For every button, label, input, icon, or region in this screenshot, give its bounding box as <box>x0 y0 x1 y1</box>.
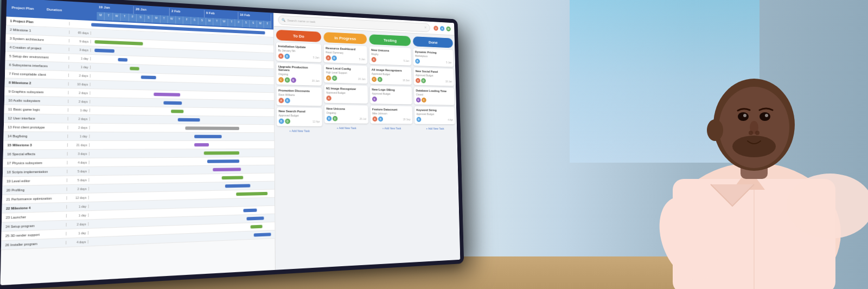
gantt-day: F <box>183 16 191 24</box>
card-avatars: E C <box>416 98 426 103</box>
card-avatars: C D <box>326 75 337 81</box>
card-footer: B D 25 Jul <box>327 116 366 121</box>
gantt-day: T <box>213 18 221 26</box>
task-name: 13 First client prototype <box>4 125 68 129</box>
kanban-section: 🔍 Search name or task ✕ U A M To Do <box>273 13 460 270</box>
task-duration: 12 days <box>67 196 89 200</box>
kanban-card[interactable]: Feature Datacount Mike Johnson A B 28 Se… <box>370 106 412 124</box>
table-row: 13 First client prototype 2 days <box>4 123 274 133</box>
gantt-day: W <box>168 16 176 24</box>
card-footer: A B <box>278 98 320 104</box>
task-name: 8 Milestone 2 <box>5 81 69 86</box>
kanban-card[interactable]: New Unicons Ongoing B D 25 Jul <box>324 105 368 123</box>
avatar: B <box>417 117 422 122</box>
card-avatars: A B <box>326 55 336 61</box>
card-title: Promotion Discounts <box>278 89 320 93</box>
card-date: 5 Jan <box>446 61 451 64</box>
card-subtitle: Mophy <box>371 53 409 57</box>
task-duration: 9 days <box>69 39 91 43</box>
person <box>597 0 868 289</box>
kanban-card[interactable]: New Social Panel Approved Budget A D 18 … <box>413 68 454 86</box>
kanban-card[interactable]: New Local Config High Level Support C D … <box>324 65 367 84</box>
avatar: B <box>331 55 336 61</box>
avatar: B <box>415 59 420 63</box>
task-name: 4 Creation of project <box>5 46 69 52</box>
kanban-columns: To Do Installation Update By January 5th… <box>274 27 461 270</box>
avatar: D <box>285 78 290 83</box>
kanban-card[interactable]: New Unicons Mophy A 5 Jan <box>369 46 411 65</box>
avatar-icon-3[interactable]: M <box>446 26 450 31</box>
kanban-card[interactable]: All image Recognizers Approved Budget C … <box>369 66 411 85</box>
avatar: A <box>326 95 331 101</box>
kanban-column-done: Done Dynamic Pricing Marketplace B 5 Jan <box>413 36 458 259</box>
task-duration: 4 days <box>66 240 88 245</box>
kanban-column-testing: Testing New Unicons Mophy A 5 Jan <box>369 34 415 261</box>
task-name: 5 Setup dev environment <box>5 54 69 60</box>
kanban-card[interactable]: Keyword String Approved Budget B 4 Apr <box>414 106 455 124</box>
task-duration: 10 days <box>69 82 91 86</box>
clear-search-icon[interactable]: ✕ <box>424 25 427 29</box>
kanban-card[interactable]: Database Loading Time Closed E C <box>414 87 455 105</box>
gantt-day: T <box>264 21 271 28</box>
card-date: 5 Jan <box>404 59 410 62</box>
card-avatars: A <box>371 57 376 62</box>
gantt-chart-section: Project Plan Duration 19 Jan 26 Jan 2 Fe… <box>1 0 276 285</box>
toolbar-avatar-group: U A M <box>433 25 451 31</box>
card-subtitle: Dave Williams <box>278 93 320 97</box>
task-duration: 5 days <box>67 169 89 173</box>
avatar: E <box>291 78 296 83</box>
card-avatars: B D <box>279 119 290 124</box>
card-footer: B 5 Jan <box>415 59 451 65</box>
kanban-card[interactable]: Resource Dashboard React Summary A B 5 J… <box>323 44 367 64</box>
kanban-card[interactable]: New Search Panel Approved Budget B D 12 … <box>276 107 322 126</box>
add-task-testing[interactable]: + Add New Task <box>371 126 412 131</box>
avatar: A <box>371 57 376 62</box>
card-date: 20 Jan <box>358 78 366 81</box>
gantt-day: T <box>176 16 183 24</box>
card-subtitle: Approved Budget <box>372 72 410 76</box>
task-name: 10 Audio subsystem <box>4 99 68 103</box>
add-task-todo[interactable]: + Add New Task <box>277 128 322 133</box>
kanban-card[interactable]: Promotion Discounts Dave Williams A B <box>276 87 322 106</box>
avatar: A <box>372 117 377 122</box>
task-duration: 2 days <box>68 100 90 104</box>
avatar: E <box>416 98 421 102</box>
avatar: B <box>279 119 284 124</box>
kanban-card[interactable]: N1 Image Recognizer Approved Budget A <box>324 85 368 104</box>
kanban-card[interactable]: Upgrade Production Servers Ongoing C D E… <box>276 63 322 86</box>
task-duration <box>69 24 91 25</box>
avatar-icon-2[interactable]: A <box>440 26 444 31</box>
avatar: E <box>372 97 377 102</box>
card-footer: C D E 20 Jan <box>278 77 320 84</box>
kanban-card[interactable]: Dynamic Pricing Marketplace B 5 Jan <box>413 48 453 67</box>
avatar: C <box>326 75 331 81</box>
card-avatars: A B <box>278 53 290 59</box>
add-task-inprogress[interactable]: + Add New Task <box>324 125 368 131</box>
card-footer: A B 28 Sep <box>372 117 410 122</box>
card-avatars: A B <box>278 98 290 103</box>
kanban-card[interactable]: New Logo DBing Approved Budget E <box>370 86 412 104</box>
gantt-day: W <box>221 18 228 26</box>
avatar: C <box>372 76 376 82</box>
gantt-day: M <box>97 12 105 20</box>
card-footer: A D 18 Jan <box>416 78 452 84</box>
task-duration: 1 day <box>68 108 90 112</box>
avatar: A <box>416 78 420 83</box>
gantt-day: M <box>206 18 214 26</box>
avatar: D <box>421 78 426 83</box>
task-duration: 4 days <box>67 160 89 164</box>
task-duration: 3 days <box>69 48 91 52</box>
kanban-card[interactable]: Installation Update By January 5th A B 5… <box>276 42 322 62</box>
add-task-done[interactable]: + Add New Task <box>415 126 455 131</box>
task-duration: 1 day <box>69 65 91 69</box>
avatar: B <box>285 98 290 104</box>
card-footer: A B 5 Jan <box>278 53 320 60</box>
card-title: New Social Panel <box>416 69 452 74</box>
card-footer: A B 5 Jan <box>326 55 365 62</box>
task-duration: 1 day <box>67 214 89 218</box>
avatar-icon-1[interactable]: U <box>433 25 438 30</box>
svg-point-16 <box>749 131 753 135</box>
card-avatars: E <box>372 97 377 102</box>
avatar: B <box>284 54 290 59</box>
avatar: D <box>333 116 337 121</box>
